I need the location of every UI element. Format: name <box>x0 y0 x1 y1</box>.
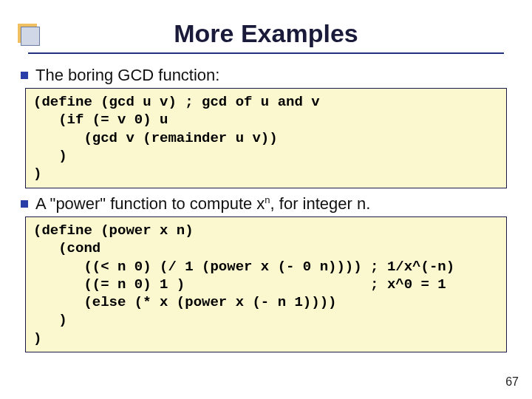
bullet-square-icon <box>21 200 28 208</box>
bullet-2: A "power" function to compute xn, for in… <box>21 194 513 214</box>
accent-icon <box>21 27 40 46</box>
intro-text-2: A "power" function to compute xn, for in… <box>35 194 370 214</box>
slide-body: The boring GCD function: (define (gcd u … <box>0 54 532 352</box>
intro-text-1: The boring GCD function: <box>35 66 219 85</box>
slide: { "title": "More Examples", "intro1": "T… <box>0 0 532 399</box>
code-block-gcd: (define (gcd u v) ; gcd of u and v (if (… <box>25 88 507 188</box>
bullet-1: The boring GCD function: <box>21 66 513 85</box>
slide-title: More Examples <box>0 0 532 48</box>
intro2-pre: A "power" function to compute x <box>35 194 265 213</box>
page-number: 67 <box>505 375 519 389</box>
code-block-power: (define (power x n) (cond ((< n 0) (/ 1 … <box>25 216 507 352</box>
bullet-square-icon <box>21 72 28 79</box>
intro2-sup: n <box>265 194 270 205</box>
intro2-post: , for integer n. <box>270 194 371 213</box>
